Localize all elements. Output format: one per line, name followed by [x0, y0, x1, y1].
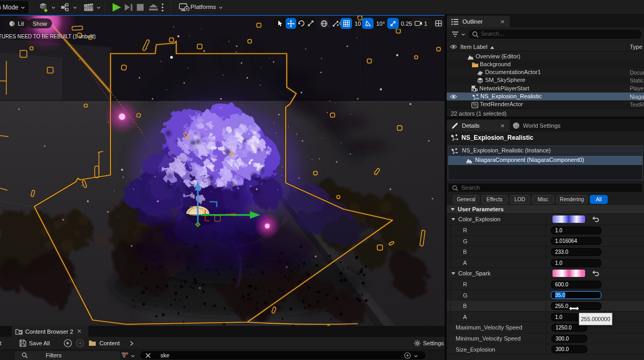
svg-text:N: N — [470, 161, 472, 164]
svg-text:Tt: Tt — [472, 102, 477, 108]
